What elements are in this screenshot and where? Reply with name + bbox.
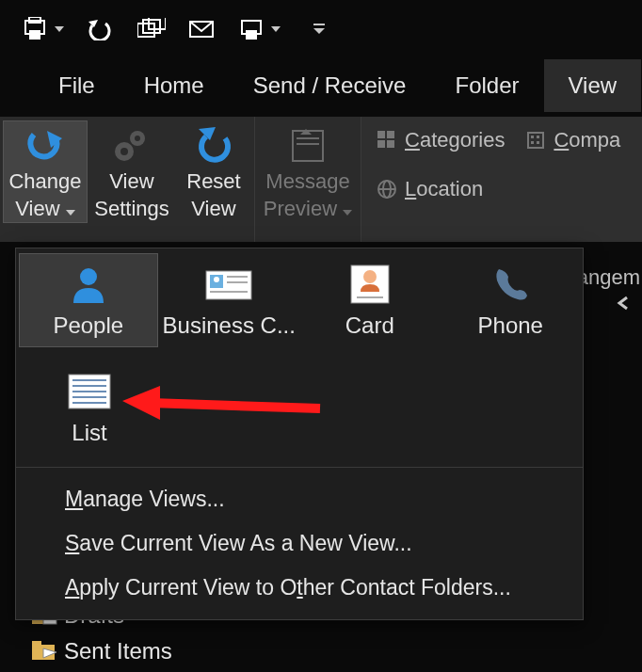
arrangement-companies[interactable]: CCompaompa (525, 128, 620, 152)
menu-save-view[interactable]: Save Current View As a New View...Save C… (16, 521, 583, 566)
svg-rect-25 (531, 136, 534, 138)
svg-rect-17 (377, 131, 385, 138)
svg-rect-24 (528, 133, 543, 148)
message-preview-button: MessagePreview (259, 121, 357, 222)
gallery-card[interactable]: Card (301, 254, 439, 346)
svg-rect-51 (32, 641, 41, 647)
svg-point-37 (363, 270, 377, 283)
message-preview-label1: Message (265, 169, 349, 193)
svg-rect-4 (143, 20, 160, 33)
gallery-people[interactable]: People (20, 254, 157, 346)
gear-icon (111, 125, 152, 167)
business-card-icon (204, 262, 253, 307)
tab-folder[interactable]: Folder (430, 59, 543, 112)
gallery-phone[interactable]: Phone (442, 254, 580, 346)
building-icon (525, 130, 546, 151)
reset-view-label2: View (191, 197, 235, 220)
folder-sent-label: Sent Items (64, 638, 172, 664)
tab-send-receive[interactable]: Send / Receive (229, 59, 431, 112)
tab-home[interactable]: Home (120, 59, 229, 112)
change-view-icon (24, 125, 66, 167)
gallery-list-label: List (72, 420, 106, 446)
gallery-business-label: Business C... (163, 312, 296, 339)
reset-view-label1: Reset (186, 169, 240, 193)
card-icon (347, 262, 393, 307)
gallery-business-card[interactable]: Business C... (161, 254, 298, 346)
arrangement-categories[interactable]: CCategoriesategories (377, 128, 505, 152)
svg-rect-19 (377, 140, 385, 148)
change-view-label2: View (15, 197, 59, 220)
svg-rect-27 (531, 141, 534, 144)
qat-new-mail[interactable] (188, 18, 217, 40)
svg-point-32 (214, 277, 219, 282)
reset-view-button[interactable]: ResetView (177, 121, 250, 222)
gallery-people-label: People (53, 312, 123, 339)
svg-rect-26 (537, 136, 539, 138)
globe-icon (377, 179, 397, 200)
svg-point-13 (120, 148, 128, 155)
list-icon (67, 369, 112, 414)
undo-icon (193, 125, 234, 167)
folder-sent-items[interactable]: Sent Items (32, 638, 172, 664)
tab-view[interactable]: View (544, 59, 642, 112)
phone-icon (490, 262, 531, 307)
svg-rect-2 (29, 30, 40, 40)
svg-rect-20 (387, 140, 394, 148)
gallery-list[interactable]: List (20, 361, 159, 454)
dropdown-caret-icon (343, 210, 352, 216)
dropdown-caret-icon (271, 26, 281, 32)
message-preview-label2: Preview (264, 197, 337, 220)
dropdown-caret-icon (66, 210, 75, 216)
gallery-card-label: Card (345, 312, 394, 339)
dropdown-caret-icon (55, 26, 64, 32)
change-view-gallery: People Business C... Card Phone (15, 248, 584, 620)
message-preview-icon (287, 125, 329, 167)
gallery-phone-label: Phone (478, 312, 543, 339)
svg-point-11 (135, 136, 140, 141)
qat-archive[interactable] (239, 17, 281, 41)
tab-file[interactable]: File (34, 59, 120, 112)
collapse-chevron-icon[interactable] (616, 294, 631, 315)
qat-customize[interactable] (313, 23, 326, 36)
svg-rect-14 (293, 131, 323, 161)
folder-icon (32, 641, 58, 662)
svg-rect-9 (313, 24, 325, 25)
menu-apply-view[interactable]: Apply Current View to Other Contact Fold… (16, 566, 583, 610)
people-icon (68, 262, 109, 307)
change-view-button[interactable]: ChangeView (4, 121, 87, 222)
qat-quick-print[interactable] (23, 17, 64, 41)
qat-undo[interactable] (87, 18, 115, 40)
svg-point-29 (80, 268, 97, 285)
view-settings-label1: View (109, 169, 153, 193)
svg-rect-28 (537, 141, 539, 144)
view-settings-label2: Settings (94, 197, 169, 220)
view-settings-button[interactable]: ViewSettings (90, 121, 173, 222)
change-view-label1: Change (8, 169, 81, 193)
svg-rect-18 (387, 131, 394, 138)
categories-icon (377, 130, 397, 151)
menu-manage-views[interactable]: Manage Views...Manage Views... (16, 477, 583, 521)
svg-rect-8 (246, 30, 257, 40)
qat-window-group[interactable] (137, 18, 166, 40)
arrangement-location[interactable]: Location Location (377, 177, 505, 201)
